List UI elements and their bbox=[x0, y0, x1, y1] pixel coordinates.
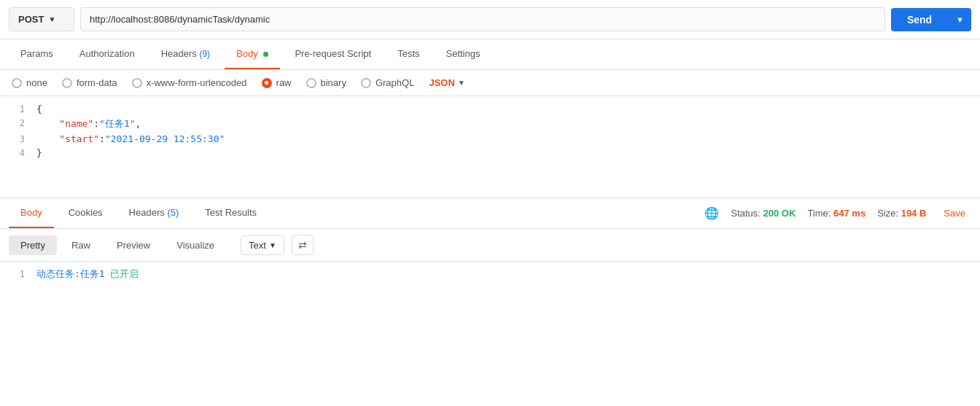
radio-form-data[interactable]: form-data bbox=[62, 77, 117, 88]
resp-tab-test-results[interactable]: Test Results bbox=[193, 198, 268, 228]
resp-tab-headers[interactable]: Headers (5) bbox=[117, 198, 191, 228]
radio-none[interactable]: none bbox=[12, 77, 47, 88]
radio-graphql-circle bbox=[361, 78, 371, 88]
response-status-bar: 🌐 Status: 200 OK Time: 647 ms Size: 194 … bbox=[704, 206, 971, 220]
line-4-content: } bbox=[36, 147, 42, 158]
method-select[interactable]: POST ▼ bbox=[9, 7, 74, 31]
radio-graphql[interactable]: GraphQL bbox=[361, 77, 414, 88]
method-chevron-icon: ▼ bbox=[48, 15, 55, 23]
tab-tests[interactable]: Tests bbox=[386, 39, 431, 69]
line-num-1: 1 bbox=[0, 104, 36, 114]
code-editor[interactable]: 1 { 2 "name":"任务1", 3 "start":"2021-09-2… bbox=[0, 96, 980, 198]
body-options: none form-data x-www-form-urlencoded raw… bbox=[0, 70, 980, 96]
radio-form-data-circle bbox=[62, 78, 72, 88]
resp-text-part2: 已开启 bbox=[110, 268, 139, 279]
line-num-4: 4 bbox=[0, 147, 36, 158]
line-num-2: 2 bbox=[0, 117, 36, 128]
text-format-label: Text bbox=[249, 240, 266, 251]
method-label: POST bbox=[18, 14, 44, 25]
headers-badge: (9) bbox=[199, 49, 210, 59]
tab-settings[interactable]: Settings bbox=[435, 39, 492, 69]
response-section: Body Cookies Headers (5) Test Results 🌐 … bbox=[0, 198, 980, 305]
resp-line-num-1: 1 bbox=[0, 269, 36, 279]
time-label: Time: 647 ms bbox=[807, 208, 866, 219]
radio-raw[interactable]: raw bbox=[262, 77, 292, 88]
code-line-4: 4 } bbox=[0, 146, 980, 160]
json-chevron-icon: ▼ bbox=[458, 79, 465, 87]
radio-binary[interactable]: binary bbox=[306, 77, 346, 88]
resp-line-1-content: 动态任务:任务1 已开启 bbox=[36, 268, 139, 281]
code-line-1: 1 { bbox=[0, 102, 980, 116]
format-pretty-button[interactable]: Pretty bbox=[9, 235, 57, 255]
line-1-content: { bbox=[36, 104, 42, 114]
text-format-select[interactable]: Text ▼ bbox=[241, 235, 284, 255]
url-input[interactable] bbox=[80, 7, 885, 31]
line-3-content: "start":"2021-09-29 12:55:30" bbox=[36, 133, 225, 144]
globe-icon: 🌐 bbox=[704, 206, 719, 220]
tab-body[interactable]: Body bbox=[225, 39, 280, 69]
code-line-3: 3 "start":"2021-09-29 12:55:30" bbox=[0, 132, 980, 146]
line-2-content: "name":"任务1", bbox=[36, 117, 141, 130]
send-button[interactable]: Send ▼ bbox=[891, 8, 971, 31]
format-raw-button[interactable]: Raw bbox=[60, 235, 102, 255]
resp-text-part1: 动态任务:任务1 bbox=[36, 268, 110, 279]
size-value: 194 B bbox=[901, 208, 927, 219]
response-tabs: Body Cookies Headers (5) Test Results 🌐 … bbox=[0, 198, 980, 229]
radio-urlencoded[interactable]: x-www-form-urlencoded bbox=[132, 77, 247, 88]
resp-tab-body[interactable]: Body bbox=[9, 198, 54, 228]
format-preview-button[interactable]: Preview bbox=[105, 235, 162, 255]
resp-headers-badge: (5) bbox=[167, 207, 179, 218]
radio-urlencoded-circle bbox=[132, 78, 142, 88]
resp-tab-cookies[interactable]: Cookies bbox=[57, 198, 114, 228]
radio-binary-circle bbox=[306, 78, 316, 88]
wrap-lines-button[interactable]: ⇄ bbox=[292, 235, 314, 255]
radio-raw-circle bbox=[262, 78, 272, 88]
json-format-select[interactable]: JSON ▼ bbox=[429, 77, 464, 88]
line-num-3: 3 bbox=[0, 133, 36, 144]
resp-line-1: 1 动态任务:任务1 已开启 bbox=[0, 268, 980, 281]
status-ok-value: 200 OK bbox=[763, 208, 796, 219]
tab-headers[interactable]: Headers (9) bbox=[149, 39, 222, 69]
send-arrow-icon[interactable]: ▼ bbox=[949, 15, 971, 24]
text-chevron-icon: ▼ bbox=[269, 241, 276, 249]
save-response-button[interactable]: Save bbox=[938, 208, 971, 219]
format-bar: Pretty Raw Preview Visualize Text ▼ ⇄ bbox=[0, 229, 980, 262]
time-value: 647 ms bbox=[833, 208, 866, 219]
code-line-2: 2 "name":"任务1", bbox=[0, 116, 980, 132]
send-label: Send bbox=[891, 14, 948, 26]
url-bar: POST ▼ Send ▼ bbox=[0, 0, 980, 39]
size-label: Size: 194 B bbox=[877, 208, 926, 219]
body-dot-indicator bbox=[263, 52, 268, 57]
tab-authorization[interactable]: Authorization bbox=[68, 39, 147, 69]
tab-pre-request[interactable]: Pre-request Script bbox=[283, 39, 383, 69]
radio-none-circle bbox=[12, 78, 22, 88]
format-visualize-button[interactable]: Visualize bbox=[165, 235, 226, 255]
tab-params[interactable]: Params bbox=[9, 39, 65, 69]
request-tabs: Params Authorization Headers (9) Body Pr… bbox=[0, 39, 980, 70]
status-label: Status: 200 OK bbox=[731, 208, 796, 219]
response-body: 1 动态任务:任务1 已开启 bbox=[0, 262, 980, 305]
